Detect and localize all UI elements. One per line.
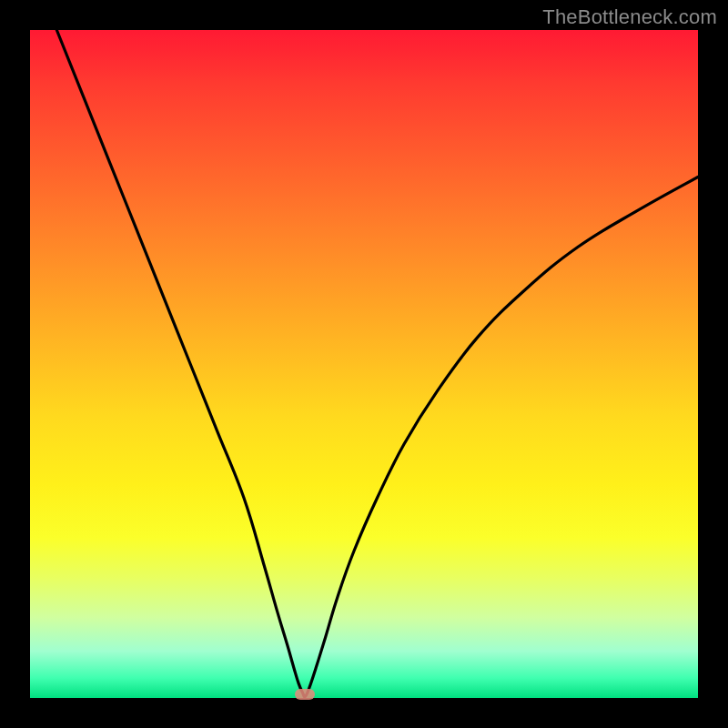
- chart-frame: TheBottleneck.com: [0, 0, 728, 728]
- plot-area: [30, 30, 698, 698]
- curve-svg: [30, 30, 698, 698]
- bottleneck-curve: [56, 30, 698, 697]
- watermark-text: TheBottleneck.com: [542, 5, 717, 29]
- minimum-marker: [295, 689, 315, 700]
